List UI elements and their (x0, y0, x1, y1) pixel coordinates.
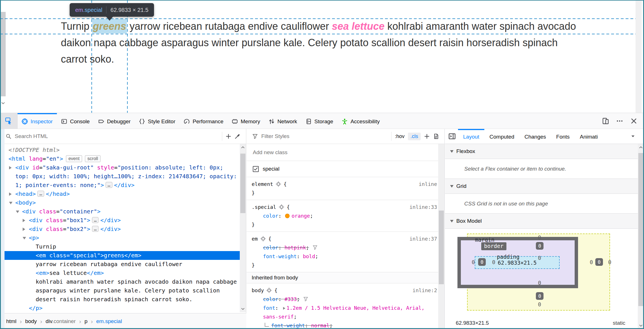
page-scrollbar-thumb[interactable] (1, 12, 6, 96)
expand-ellipsis[interactable]: … (92, 226, 99, 232)
scrollbar-down-icon[interactable] (639, 323, 643, 328)
breadcrumb-item-p[interactable]: p (84, 318, 87, 324)
property-value[interactable]: normal (311, 322, 330, 328)
sidebar-toggle-icon[interactable] (448, 133, 456, 140)
twisty-right-icon[interactable] (9, 192, 12, 196)
markup-row[interactable]: <div id="saka-gui-root" style="position:… (0, 163, 240, 190)
breadcrumb-item-em[interactable]: em.special (96, 318, 122, 324)
tab-style-editor[interactable]: Style Editor (135, 113, 179, 129)
padding-top-value[interactable]: 0 (534, 255, 545, 261)
breadcrumb-item-div[interactable]: div.container (46, 318, 76, 324)
class-checkbox[interactable] (253, 166, 259, 172)
twisty-right-icon[interactable] (23, 228, 25, 231)
rule-selector[interactable]: em (252, 236, 258, 242)
tab-memory[interactable]: Memory (228, 113, 264, 129)
page-scrollbar[interactable] (636, 0, 642, 113)
twisty-right-icon[interactable] (23, 219, 25, 222)
layout-scrollbar-thumb[interactable] (638, 153, 643, 306)
padding-bottom-value[interactable]: 0 (534, 280, 545, 286)
markup-row[interactable]: <head>…</head> (0, 190, 240, 198)
markup-row[interactable]: <p> (0, 234, 240, 242)
print-media-icon[interactable] (433, 133, 439, 139)
twisty-down-icon[interactable] (9, 202, 12, 204)
css-property[interactable]: font-weight: bold; (252, 252, 437, 261)
eyedropper-icon[interactable] (235, 133, 240, 139)
tab-storage[interactable]: Storage (301, 113, 338, 129)
all-tabs-dropdown-icon[interactable] (630, 134, 636, 139)
scrollbar-up-icon[interactable] (241, 145, 245, 150)
tab-console[interactable]: Console (57, 113, 94, 129)
rule-selector[interactable]: .special (252, 204, 276, 210)
sidebar-tab-animati[interactable]: Animati (575, 129, 603, 144)
sidebar-tab-computed[interactable]: Computed (484, 129, 519, 144)
margin-bottom-value[interactable]: 0 (534, 301, 545, 307)
border-bottom-value[interactable]: 0 (536, 292, 544, 300)
markup-row[interactable]: <html lang="en">eventscroll (0, 154, 240, 163)
tab-debugger[interactable]: Debugger (94, 113, 135, 129)
pseudo-class-toggle[interactable]: :hov (395, 133, 405, 139)
scrollbar-down-icon[interactable] (1, 101, 5, 105)
rule-location-link[interactable]: inline:2 (412, 286, 437, 295)
meatball-menu-icon[interactable] (616, 118, 623, 124)
markup-row[interactable]: yarrow ricebean rutabaga endive cauliflo… (0, 260, 240, 269)
css-property[interactable]: font: 1.2em / 1.5 Helvetica Neue, Helvet… (252, 303, 437, 321)
rules-scrollbar[interactable] (438, 144, 444, 329)
flexbox-section-header[interactable]: Flexbox (445, 144, 644, 159)
boxmodel-section-header[interactable]: Box Model (445, 214, 644, 229)
rule-location-link[interactable]: inline (419, 180, 437, 188)
expand-ellipsis[interactable]: … (37, 191, 44, 197)
property-value[interactable]: orange (292, 213, 310, 219)
filter-styles-input[interactable] (261, 133, 388, 139)
add-rule-icon[interactable] (424, 133, 430, 139)
css-property[interactable]: font-weight: normal; (252, 321, 437, 329)
markup-row-selected[interactable]: <em class="special">greens</em> (0, 251, 240, 260)
css-property[interactable]: color: hotpink; (252, 243, 437, 252)
markup-row[interactable]: kohlrabi amaranth water spinach avocado … (0, 277, 240, 304)
rule-location-link[interactable]: inline:33 (409, 203, 437, 211)
border-right-value[interactable]: 0 (595, 258, 603, 266)
color-swatch[interactable] (285, 214, 290, 218)
margin-right-value[interactable]: 0 (604, 259, 615, 265)
markup-row[interactable]: <body> (0, 198, 240, 207)
expand-value-icon[interactable] (283, 307, 285, 310)
expand-ellipsis[interactable]: … (106, 182, 112, 188)
responsive-design-mode-icon[interactable] (602, 118, 609, 124)
markup-scrollbar[interactable] (240, 144, 246, 312)
selector-highlighter-icon[interactable] (276, 181, 281, 187)
add-new-class-input[interactable] (253, 149, 438, 156)
padding-left-value[interactable]: 0 (488, 259, 499, 265)
property-name[interactable]: color (263, 213, 278, 219)
css-property[interactable]: color: orange; (252, 211, 437, 220)
sidebar-tab-layout[interactable]: Layout (458, 129, 484, 144)
rule-selector[interactable]: body (252, 287, 264, 293)
tab-network[interactable]: Network (264, 113, 301, 129)
rules-scrollbar-thumb[interactable] (439, 211, 444, 284)
add-node-icon[interactable] (226, 133, 231, 139)
property-value[interactable]: 1.2em / 1.5 Helvetica Neue, Helvetica, A… (263, 305, 425, 320)
property-name[interactable]: font-weight (271, 322, 305, 328)
border-left-value[interactable]: 0 (478, 258, 486, 266)
border-top-value[interactable]: 0 (536, 242, 544, 250)
rule-location-link[interactable]: inline:37 (409, 234, 437, 243)
tab-inspector[interactable]: Inspector (18, 113, 57, 129)
markup-row[interactable]: <div class="box1">…</div> (0, 216, 240, 225)
sidebar-tab-changes[interactable]: Changes (519, 129, 551, 144)
selector-highlighter-icon[interactable] (266, 288, 272, 293)
property-name[interactable]: font-weight (263, 253, 297, 259)
css-property[interactable]: color: #333; (252, 295, 437, 303)
markup-scrollbar-thumb[interactable] (240, 154, 245, 213)
margin-left-value[interactable]: 0 (468, 259, 479, 265)
tab-accessibility[interactable]: Accessibility (337, 113, 384, 129)
grid-section-header[interactable]: Grid (445, 179, 644, 194)
property-name[interactable]: color (263, 245, 278, 251)
breadcrumb-item-body[interactable]: body (25, 318, 37, 324)
margin-top-value[interactable]: 0 (534, 234, 545, 241)
class-panel-toggle[interactable]: .cls (408, 133, 421, 140)
markup-row[interactable]: <div class="box2">…</div> (0, 225, 240, 234)
overridden-filter-icon[interactable] (313, 245, 318, 250)
search-input[interactable] (15, 133, 219, 139)
twisty-right-icon[interactable] (9, 166, 12, 169)
property-value[interactable]: hotpink (284, 245, 306, 251)
sidebar-tab-fonts[interactable]: Fonts (551, 129, 575, 144)
node-badge[interactable]: event (66, 155, 82, 162)
